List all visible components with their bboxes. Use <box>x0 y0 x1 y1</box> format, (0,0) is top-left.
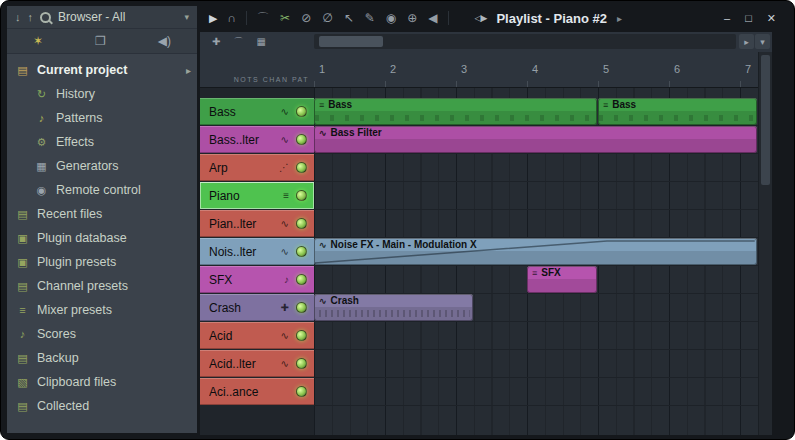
horizontal-scrollbar[interactable] <box>314 34 736 49</box>
cursor-tool-icon[interactable]: ↖ <box>344 12 354 24</box>
timeline-ruler[interactable]: 1234567 <box>314 52 758 88</box>
vertical-scrollbar[interactable] <box>758 52 772 435</box>
magnifier-icon[interactable]: ⊕ <box>407 12 417 24</box>
tree-item-current-project[interactable]: ▤Current project▸ <box>7 58 197 82</box>
pattern-picker-icon[interactable]: ▦ <box>256 36 265 47</box>
track-headers: Bass∿Bass..lter∿Arp⋰Piano≡Pian..lter∿Noi… <box>200 88 314 435</box>
clip-bass[interactable]: ≡Bass <box>598 98 757 125</box>
track-led-icon[interactable] <box>296 302 307 313</box>
tree-item-channel-presets[interactable]: ▤Channel presets <box>7 274 197 298</box>
track-header-nois-lter[interactable]: Nois..lter∿ <box>200 238 314 265</box>
track-lane[interactable] <box>314 350 758 378</box>
playlist-panel: ✚⌒▦ ▸ ▾ NOTS CHAN PAT 1234567 Bass∿Bass.… <box>200 32 772 435</box>
audio-preview-icon[interactable]: ◀) <box>158 34 171 48</box>
track-led-icon[interactable] <box>296 218 307 229</box>
tree-item-patterns[interactable]: ♪Patterns <box>7 106 197 130</box>
track-led-icon[interactable] <box>296 106 307 117</box>
vscroll-thumb[interactable] <box>761 55 770 185</box>
play-icon[interactable]: ▶ <box>209 13 217 24</box>
track-lane[interactable] <box>314 154 758 182</box>
tree-item-collected[interactable]: ▤Collected <box>7 394 197 418</box>
track-header-acid[interactable]: Acid∿ <box>200 322 314 349</box>
slip-tool-icon[interactable]: ⌒ <box>257 12 269 24</box>
tree-item-recent-files[interactable]: ▤Recent files <box>7 202 197 226</box>
deny-tool-icon[interactable]: ⊘ <box>301 12 311 24</box>
search-icon[interactable] <box>40 12 51 23</box>
window-title[interactable]: Playlist - Piano #2 <box>496 11 607 26</box>
headphones-icon[interactable]: ∩ <box>227 12 236 24</box>
slide-tool-icon[interactable]: ⌒ <box>233 35 243 49</box>
tree-item-backup[interactable]: ▤Backup <box>7 346 197 370</box>
mute-tool-icon[interactable]: ∅ <box>322 12 332 24</box>
track-led-icon[interactable] <box>296 246 307 257</box>
tree-item-generators[interactable]: ▦Generators <box>7 154 197 178</box>
razor-tool-icon[interactable]: ✂ <box>280 12 290 24</box>
track-header-pian-lter[interactable]: Pian..lter∿ <box>200 210 314 237</box>
clip-noise-fx-main-modulation-x[interactable]: ∿Noise FX - Main - Modulation X <box>314 238 757 265</box>
playlist-menu-button[interactable]: ▾ <box>755 34 770 49</box>
tree-item-effects[interactable]: ⚙Effects <box>7 130 197 154</box>
track-header-crash[interactable]: Crash✚ <box>200 294 314 321</box>
ruler-bar-number: 2 <box>390 63 396 75</box>
tree-item-scores[interactable]: ♪Scores <box>7 322 197 346</box>
close-button[interactable]: ✕ <box>767 12 776 25</box>
track-led-icon[interactable] <box>296 162 307 173</box>
up-arrow-icon[interactable]: ↑ <box>28 11 34 23</box>
browser-topbar: ↓ ↑ Browser - All ▾ <box>7 6 197 29</box>
maximize-button[interactable]: □ <box>745 12 752 25</box>
track-name: Bass..lter <box>209 133 281 147</box>
move-tool-icon[interactable]: ✚ <box>212 36 220 47</box>
clip-type-icon: ≡ <box>319 100 324 110</box>
playlist-grid[interactable]: ≡Bass≡Bass∿Bass Filter∿Noise FX - Main -… <box>314 88 758 435</box>
browser-title[interactable]: Browser - All <box>58 10 177 24</box>
track-header-sfx[interactable]: SFX♪ <box>200 266 314 293</box>
tree-item-plugin-presets[interactable]: ▣Plugin presets <box>7 250 197 274</box>
minimize-button[interactable]: – <box>724 12 730 25</box>
clip-sfx[interactable]: ≡SFX <box>527 266 597 293</box>
track-led-icon[interactable] <box>296 330 307 341</box>
main-toolbar: ▶ ∩ ⌒✂⊘∅↖✎◉⊕◀ ◁▶ Playlist - Piano #2 ▸ –… <box>201 6 788 30</box>
plugin-database-icon: ▣ <box>15 232 30 245</box>
tree-item-remote-control[interactable]: ◉Remote control <box>7 178 197 202</box>
back-arrow-icon[interactable]: ↓ <box>15 11 21 23</box>
tree-item-plugin-database[interactable]: ▣Plugin database <box>7 226 197 250</box>
tree-item-clipboard-files[interactable]: ▧Clipboard files <box>7 370 197 394</box>
track-led-icon[interactable] <box>296 274 307 285</box>
tree-item-label: Effects <box>56 135 94 149</box>
track-type-icon: ∿ <box>281 106 289 117</box>
clip-bass-filter[interactable]: ∿Bass Filter <box>314 126 757 153</box>
zoom-tool-icon[interactable]: ◉ <box>386 12 396 24</box>
tree-item-mixer-presets[interactable]: ≡Mixer presets <box>7 298 197 322</box>
tree-item-history[interactable]: ↻History <box>7 82 197 106</box>
collected-icon: ▤ <box>15 400 30 413</box>
track-header-acid-lter[interactable]: Acid..lter∿ <box>200 350 314 377</box>
track-led-icon[interactable] <box>296 386 307 397</box>
browser-dropdown-icon[interactable]: ▾ <box>184 12 189 22</box>
star-filter-icon[interactable]: ✶ <box>33 34 43 48</box>
scroll-right-button[interactable]: ▸ <box>739 34 754 49</box>
scrollbar-thumb[interactable] <box>319 36 383 47</box>
track-led-icon[interactable] <box>296 190 307 201</box>
track-lane[interactable] <box>314 210 758 238</box>
track-led-icon[interactable] <box>296 134 307 145</box>
clip-title: ≡Bass <box>598 98 757 111</box>
remote-control-icon: ◉ <box>34 184 49 197</box>
speaker-icon[interactable]: ◀ <box>428 12 437 24</box>
track-header-bass[interactable]: Bass∿ <box>200 98 314 125</box>
track-lane[interactable] <box>314 378 758 406</box>
clip-crash[interactable]: ∿Crash <box>314 294 473 321</box>
track-header-arp[interactable]: Arp⋰ <box>200 154 314 181</box>
track-header-bass-lter[interactable]: Bass..lter∿ <box>200 126 314 153</box>
track-name: Bass <box>209 105 281 119</box>
track-lane[interactable] <box>314 322 758 350</box>
track-led-icon[interactable] <box>296 358 307 369</box>
title-arrow-icon[interactable]: ▸ <box>617 13 622 24</box>
track-header-piano[interactable]: Piano≡ <box>200 182 314 209</box>
pages-filter-icon[interactable]: ❐ <box>95 34 106 48</box>
clip-name: Crash <box>331 295 359 306</box>
track-header-aci-ance[interactable]: Aci..ance <box>200 378 314 405</box>
clip-body <box>315 307 472 320</box>
clip-bass[interactable]: ≡Bass <box>314 98 597 125</box>
track-lane[interactable] <box>314 182 758 210</box>
paint-tool-icon[interactable]: ✎ <box>365 12 375 24</box>
